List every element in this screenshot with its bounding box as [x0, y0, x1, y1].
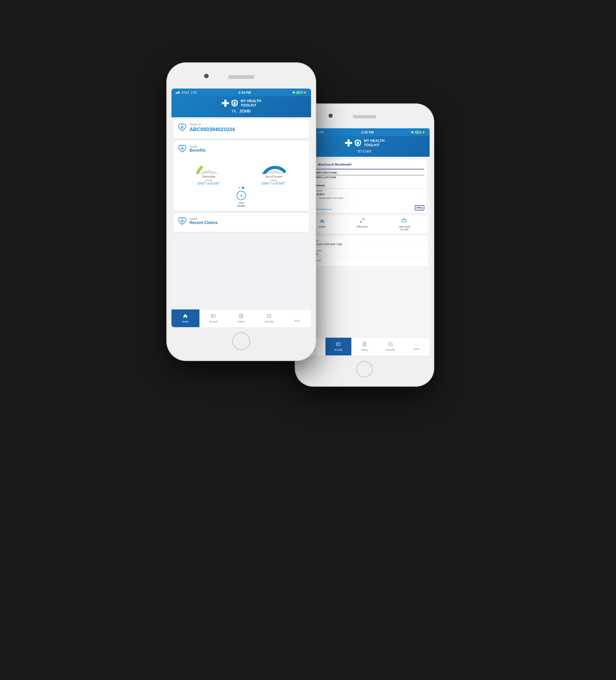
phone2-network: LTE: [318, 130, 324, 134]
benefits-heart-icon: [177, 144, 187, 153]
phone1-signal: [175, 91, 179, 94]
benefits-title-group: Health Benefits: [189, 145, 205, 153]
svg-rect-1: [345, 142, 352, 144]
nav-idcard-phone2[interactable]: id card: [326, 338, 352, 356]
claims-icon-phone1: [239, 314, 244, 319]
health-id-label: Health ID: [189, 123, 235, 126]
home-icon-phone1: [183, 314, 188, 319]
phone1-camera: [204, 74, 209, 78]
battery-fill: [415, 132, 419, 133]
nav-more-phone1[interactable]: ··· more: [283, 309, 311, 327]
id-fields-row: RxBIN 004336 RxGRP SCBXX: [305, 189, 424, 196]
claims-header: Health Recent Claims: [177, 217, 305, 226]
plan-fields-row: PLAN CODE 380 MAMMOGRAPHY NETWORK: [305, 197, 424, 204]
more-icon-phone1: ···: [295, 315, 300, 319]
group-number-row: Group Number 011011101: [304, 248, 424, 257]
oop-gauge-svg: [258, 156, 289, 174]
mammo-field: MAMMOGRAPHY NETWORK: [319, 197, 343, 204]
nav-benefits-label-phone2: benefits: [386, 348, 395, 351]
app-title-line1: MY HEALTH: [364, 139, 385, 143]
deductible-amounts: Family $29265 of $150000: [198, 179, 220, 185]
phone2-screen: AT&T LTE 2:25 PM ✱ ⚡: [299, 128, 430, 356]
phone2-status-bar: AT&T LTE 2:25 PM ✱ ⚡: [299, 128, 430, 136]
benefits-icon-phone2: [388, 342, 393, 348]
gauges-row: Deductible Family $29265 of $150000: [177, 156, 305, 185]
health-id-header: Health ID ABC050394021034: [177, 123, 305, 133]
nav-more-label-phone1: more: [294, 319, 300, 322]
ppo-badge: PPO: [415, 205, 424, 210]
battery-fill-phone1: [297, 92, 301, 93]
phone2-app-title: MY HEALTH TOOLKIT: [364, 139, 385, 147]
phone1-carrier-group: AT&T LTE: [175, 91, 197, 94]
group-name-row: Group Name TEST GROUP FOR ANY USE: [304, 238, 424, 248]
id-card-header: BlueCross® BlueShield®: [305, 162, 424, 169]
phone1-app-header: MY HEALTH TOOLKIT Hi, JOHN: [171, 96, 311, 117]
phone1-screen: AT&T LTE 2:33 PM ✱ ⚡: [171, 88, 311, 327]
phone1-logo-row: MY HEALTH TOOLKIT: [175, 99, 307, 108]
fullscreen-icon: [360, 218, 365, 224]
fullscreen-label: fullscreen: [357, 225, 368, 228]
bar3: [177, 92, 178, 94]
app-title-line1-p1: MY HEALTH: [241, 99, 261, 103]
bar2: [176, 92, 177, 94]
phone-2: AT&T LTE 2:25 PM ✱ ⚡: [295, 104, 434, 386]
phone1-carrier: AT&T: [181, 91, 189, 94]
claims-section-label: Health: [189, 217, 218, 220]
phone2-camera: [329, 114, 333, 118]
svg-rect-14: [222, 102, 229, 104]
svg-rect-8: [336, 343, 340, 346]
phone2-home-button[interactable]: [356, 361, 373, 377]
id-card-actions: share fullscreen: [301, 215, 428, 234]
bcbs-blue-cross-icon: [344, 139, 353, 147]
oop-gauge: Out of Pocket Family $394119 of $750000: [243, 156, 305, 185]
phone1-app-title: MY HEALTH TOOLKIT: [241, 99, 261, 108]
oop-amount-values: $394119 of $750000: [262, 182, 285, 185]
phone2-screen-title: ID Card: [303, 149, 425, 153]
id-card-body: SUBSCRIBER'S FIRST NAME SUBSCRIBER'S LAS…: [305, 171, 424, 204]
health-id-title-group: Health ID ABC050394021034: [189, 123, 235, 133]
view-details-plus-icon: +: [236, 191, 246, 200]
nav-benefits-phone1[interactable]: benefits: [255, 309, 283, 327]
view-details-button[interactable]: + viewdetails: [177, 191, 305, 207]
benefits-label: Health: [189, 145, 205, 148]
id-card: BlueCross® BlueShield® SUBSCRIBER'S FIRS…: [301, 159, 428, 214]
view-back-button[interactable]: view backof card: [399, 218, 410, 231]
share-button[interactable]: share: [319, 218, 326, 231]
nav-benefits-phone2[interactable]: benefits: [377, 338, 404, 356]
svg-rect-20: [212, 315, 215, 317]
phone1-shield-icon: [231, 99, 238, 107]
bcbs-blue-shield-icon: [354, 139, 361, 147]
id-card-footer: GRID+ www.SouthCarolinaBlues.com PPO: [305, 205, 424, 210]
phone1-network: LTE: [191, 91, 197, 94]
nav-more-phone2[interactable]: ··· more: [403, 338, 430, 356]
phone1-cross-icon: [221, 99, 229, 107]
deductible-gauge-svg: [194, 156, 224, 174]
benefits-icon-phone1: [267, 314, 272, 319]
subscriber-last: SUBSCRIBER'S LAST NAME: [305, 175, 424, 179]
phone2-battery: [415, 131, 420, 134]
scene: AT&T LTE 2:25 PM ✱ ⚡: [154, 32, 462, 648]
nav-home-phone1[interactable]: home: [171, 309, 199, 327]
view-back-icon: [402, 218, 407, 224]
claims-title: Recent Claims: [189, 220, 218, 225]
nav-claims-phone1[interactable]: claims: [227, 309, 255, 327]
nav-claims-phone2[interactable]: claims: [352, 338, 377, 356]
subscriber-first: SUBSCRIBER'S FIRST NAME: [305, 171, 424, 175]
deductible-gauge-wrap: [194, 156, 224, 174]
deductible-family-label: Family: [198, 179, 220, 182]
app-title-line2-p1: TOOLKIT: [241, 103, 261, 108]
health-id-value: ABC050394021034: [189, 126, 235, 133]
nav-idcard-phone1[interactable]: id card: [199, 309, 227, 327]
health-id-card: Health ID ABC050394021034: [173, 119, 309, 139]
member-id-label: Member ID: [305, 180, 424, 184]
nav-idcard-label-phone2: id card: [334, 348, 342, 351]
fullscreen-button[interactable]: fullscreen: [357, 218, 368, 231]
charging-icon-phone1: ⚡: [303, 91, 307, 94]
deductible-amount-values: $29265 of $150000: [198, 182, 220, 185]
phone1-bcbs-logo: [221, 99, 238, 107]
phone2-bcbs-logo: [344, 139, 361, 147]
claims-icon-phone2: [362, 342, 367, 348]
phone1-home-button[interactable]: [232, 332, 250, 350]
greeting-prefix: Hi,: [232, 109, 237, 113]
phone2-bottom-nav: home id card: [299, 337, 430, 356]
